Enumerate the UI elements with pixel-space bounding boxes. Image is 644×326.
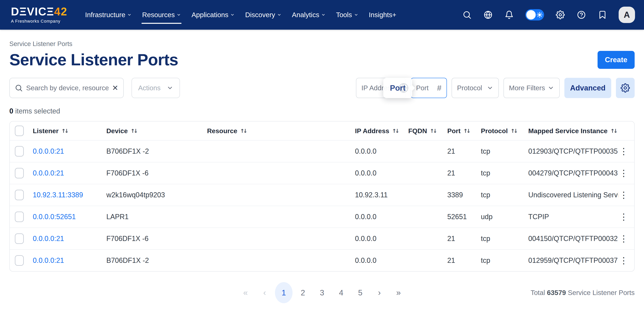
total-count: 63579: [547, 289, 566, 296]
menu-item-insights-plus[interactable]: Insights+: [364, 0, 402, 30]
pagination-next-button[interactable]: ›: [370, 282, 389, 303]
protocol-cell: udp: [481, 213, 528, 221]
listener-link[interactable]: 0.0.0.0:21: [33, 169, 106, 177]
listener-link[interactable]: 0.0.0.0:52651: [33, 213, 106, 221]
column-header-device[interactable]: Device↑↓: [106, 127, 207, 135]
sort-icon: ↑↓: [510, 128, 518, 134]
sort-icon: ↑↓: [610, 128, 618, 134]
mapped-service-instance-cell: 004150/QTCP/QTFTP00032: [528, 235, 618, 243]
port-tooltip-label: Port: [390, 84, 406, 92]
row-checkbox[interactable]: [15, 233, 24, 244]
row-menu-kebab-icon[interactable]: ⋮: [619, 212, 628, 221]
menu-item-label: Insights+: [369, 11, 396, 19]
toolbar: ✕ Actions Port # Protocol More: [9, 78, 635, 98]
column-header-resource[interactable]: Resource↑↓: [207, 127, 355, 135]
logo-tagline: A Freshworks Company: [11, 19, 67, 24]
notifications-bell-icon[interactable]: [504, 10, 514, 20]
column-label: Listener: [33, 127, 58, 135]
row-checkbox[interactable]: [15, 190, 24, 200]
user-avatar[interactable]: A: [619, 7, 635, 23]
search-input[interactable]: [26, 84, 108, 92]
mapped-service-instance-cell: 012959/QTCP/QTFTP00037: [528, 256, 618, 265]
menu-item-resources[interactable]: Resources: [137, 0, 186, 30]
row-menu-kebab-icon[interactable]: ⋮: [619, 234, 628, 243]
menu-item-discovery[interactable]: Discovery: [240, 0, 287, 30]
listener-link[interactable]: 10.92.3.11:3389: [33, 191, 106, 199]
row-checkbox[interactable]: [15, 255, 24, 266]
avatar-initial: A: [624, 10, 630, 20]
theme-toggle[interactable]: [525, 9, 544, 20]
protocol-cell: tcp: [481, 256, 528, 265]
chevron-down-icon: [230, 13, 234, 17]
protocol-label: Protocol: [457, 84, 482, 92]
menu-item-tools[interactable]: Tools: [331, 0, 364, 30]
pagination-last-button[interactable]: »: [389, 282, 408, 303]
globe-icon[interactable]: [483, 10, 493, 20]
port-input[interactable]: [416, 84, 435, 92]
pagination-prev-button[interactable]: ‹: [255, 282, 274, 303]
row-menu-kebab-icon[interactable]: ⋮: [619, 147, 628, 156]
total-suffix: Service Listener Ports: [568, 289, 635, 296]
chevron-down-icon: [277, 13, 282, 17]
pagination-page-4[interactable]: 4: [332, 282, 351, 303]
menu-item-label: Infrastructure: [85, 11, 125, 19]
select-all-checkbox[interactable]: [15, 126, 24, 136]
column-header-listener[interactable]: Listener↑↓: [33, 127, 106, 135]
ip-address-cell: 0.0.0.0: [355, 235, 408, 243]
column-header-mapped-service-instance[interactable]: Mapped Service Instance↑↓: [528, 127, 618, 135]
port-cell: 21: [447, 256, 481, 265]
pagination-page-5[interactable]: 5: [351, 282, 370, 303]
pagination-page-3[interactable]: 3: [312, 282, 332, 303]
protocol-dropdown[interactable]: Protocol: [452, 78, 499, 98]
device-cell: LAPR1: [106, 213, 207, 221]
menu-item-label: Tools: [336, 11, 352, 19]
column-header-ip-address[interactable]: IP Address↑↓: [355, 127, 408, 135]
pagination: « ‹ 1 2 3 4 5 › »: [236, 282, 408, 303]
port-cell: 21: [447, 235, 481, 243]
port-cell: 21: [447, 147, 481, 155]
row-checkbox[interactable]: [15, 168, 24, 178]
menu-item-label: Resources: [142, 11, 175, 19]
page-content: Service Listener Ports Service Listener …: [0, 40, 644, 303]
bookmark-icon[interactable]: [598, 10, 607, 20]
chevron-down-icon: [127, 13, 132, 17]
menu-item-applications[interactable]: Applications: [186, 0, 240, 30]
column-header-protocol[interactable]: Protocol↑↓: [481, 127, 528, 135]
menu-item-analytics[interactable]: Analytics: [287, 0, 331, 30]
table-row: 0.0.0.0:21 B706DF1X -2 0.0.0.0 21 tcp 01…: [10, 249, 634, 271]
toggle-knob: [526, 10, 536, 19]
protocol-cell: tcp: [481, 169, 528, 177]
row-checkbox[interactable]: [15, 212, 24, 222]
actions-dropdown[interactable]: Actions: [132, 78, 180, 98]
device-cell: F706DF1X -6: [106, 235, 207, 243]
listener-link[interactable]: 0.0.0.0:21: [33, 147, 106, 155]
help-icon[interactable]: [576, 10, 586, 20]
pagination-page-1[interactable]: 1: [275, 282, 292, 303]
menu-item-label: Discovery: [245, 11, 275, 19]
more-filters-dropdown[interactable]: More Filters: [504, 78, 560, 98]
pagination-page-2[interactable]: 2: [293, 282, 312, 303]
breadcrumb[interactable]: Service Listener Ports: [9, 40, 72, 47]
row-menu-kebab-icon[interactable]: ⋮: [619, 169, 628, 178]
advanced-button[interactable]: Advanced: [564, 78, 611, 98]
column-header-fqdn[interactable]: FQDN↑↓: [408, 127, 447, 135]
logo-42: 42: [54, 5, 67, 18]
create-button[interactable]: Create: [598, 51, 635, 69]
search-icon[interactable]: [462, 10, 472, 20]
row-menu-kebab-icon[interactable]: ⋮: [619, 256, 628, 265]
row-menu-kebab-icon[interactable]: ⋮: [619, 191, 628, 199]
table-settings-button[interactable]: [616, 78, 635, 98]
sort-icon: ↑↓: [61, 128, 69, 134]
device42-logo[interactable]: DΞVICΞ42 A Freshworks Company: [11, 6, 67, 24]
listener-link[interactable]: 0.0.0.0:21: [33, 235, 106, 243]
row-checkbox[interactable]: [15, 146, 24, 157]
table-row: 10.92.3.11:3389 w2k16wq04tp9203 10.92.3.…: [10, 184, 634, 206]
listener-link[interactable]: 0.0.0.0:21: [33, 256, 106, 265]
protocol-cell: tcp: [481, 235, 528, 243]
pagination-first-button[interactable]: «: [236, 282, 255, 303]
main-menu: Infrastructure Resources Applications Di…: [80, 0, 402, 30]
settings-gear-icon[interactable]: [556, 10, 565, 20]
clear-search-icon[interactable]: ✕: [112, 84, 118, 92]
column-header-port[interactable]: Port↑↓: [447, 127, 481, 135]
menu-item-infrastructure[interactable]: Infrastructure: [80, 0, 137, 30]
